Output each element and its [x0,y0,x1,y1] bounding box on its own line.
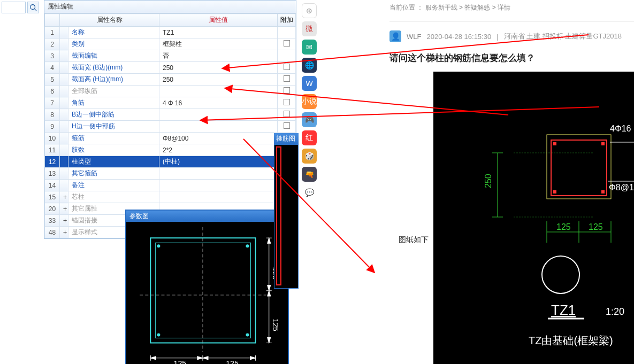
row-value[interactable]: 250 [159,62,278,74]
row-label: 角筋 [68,97,159,109]
post-time: 2020-04-28 16:15:30 [426,33,491,41]
checkbox-icon[interactable] [284,64,290,70]
game-icon-3[interactable]: 🔫 [302,167,317,182]
row-value[interactable] [159,86,278,97]
row-label: 备注 [68,180,159,191]
table-row[interactable]: 9H边一侧中部筋 [45,121,296,133]
svg-text:TZ1: TZ1 [551,302,576,318]
svg-marker-18 [150,357,156,360]
table-row[interactable]: 8B边一侧中部筋 [45,109,296,121]
table-row[interactable]: 12柱类型(中柱) [45,156,296,168]
row-value[interactable] [159,180,278,191]
checkbox-icon[interactable] [284,111,290,117]
table-row[interactable]: 6全部纵筋 [45,86,296,97]
search-input[interactable] [2,2,26,13]
property-table: 属性名称 属性值 附加 1名称TZ12类别框架柱3截面编辑否4截面宽 (B边)(… [44,13,296,238]
sidebar-icon-1[interactable]: ⊕ [302,3,317,18]
checkbox-icon[interactable] [284,87,290,94]
stirrup-diagram-window: 箍筋图 [274,133,299,287]
row-index: 9 [45,121,60,133]
checkbox-icon[interactable] [284,122,290,129]
row-extra[interactable] [278,50,296,62]
stirrup-diagram-title: 箍筋图 [274,133,299,144]
wechat-icon[interactable]: 💬 [302,185,317,200]
row-value[interactable]: (中柱) [159,156,278,168]
mail-icon[interactable]: ✉ [302,40,317,55]
row-extra[interactable] [278,121,296,133]
row-value[interactable]: 4 Φ 16 [159,97,278,109]
row-label: 其它箍筋 [68,168,159,180]
row-extra[interactable] [278,74,296,86]
row-index: 2 [45,38,60,50]
table-row[interactable]: 11肢数2*2 [45,144,296,156]
word-icon[interactable]: W [302,76,317,91]
row-index: 5 [45,74,60,86]
post-title: 请问这个梯柱的钢筋信息要怎么填？ [389,52,634,64]
row-value[interactable]: 250 [159,74,278,86]
xiaohongshu-icon[interactable]: 红 [302,130,317,145]
row-extra[interactable] [278,62,296,74]
row-value[interactable]: 框架柱 [159,38,278,50]
svg-text:125: 125 [226,359,239,364]
table-row[interactable]: 4截面宽 (B边)(mm)250 [45,62,296,74]
property-editor-panel: 属性编辑 属性名称 属性值 附加 1名称TZ12类别框架柱3截面编辑否4截面宽 … [44,0,296,239]
row-label: 名称 [68,27,159,38]
table-row-expandable[interactable]: 15+芯柱 [45,191,296,203]
game-icon-1[interactable]: 🎮 [302,112,317,127]
svg-line-1 [35,9,37,11]
svg-point-9 [246,333,249,336]
svg-text:125: 125 [589,222,603,231]
svg-text:125: 125 [174,359,187,364]
row-index: 48 [45,227,60,238]
row-label: 柱类型 [68,156,159,168]
table-row[interactable]: 2类别框架柱 [45,38,296,50]
search-button[interactable] [27,2,39,13]
post-note: 图纸如下 [399,235,429,245]
row-label: 截面编辑 [68,50,159,62]
row-expand [60,180,68,191]
expand-icon[interactable]: + [60,191,68,203]
row-extra[interactable] [278,38,296,50]
weibo-icon[interactable]: 微 [302,21,317,36]
breadcrumb-link-1[interactable]: 服务新干线 [425,4,457,11]
row-value[interactable]: 2*2 [159,144,278,156]
table-row[interactable]: 10箍筋Φ8@100 [45,133,296,144]
table-row[interactable]: 5截面高 (H边)(mm)250 [45,74,296,86]
checkbox-icon[interactable] [284,40,290,47]
row-value[interactable]: TZ1 [159,27,278,38]
row-value[interactable] [159,168,278,180]
row-extra[interactable] [278,86,296,97]
checkbox-icon[interactable] [284,99,290,105]
checkbox-icon[interactable] [284,75,290,82]
row-value[interactable]: 否 [159,50,278,62]
table-row[interactable]: 3截面编辑否 [45,50,296,62]
row-value[interactable] [159,109,278,121]
globe-icon[interactable]: 🌐 [302,58,317,73]
row-index: 12 [45,156,60,168]
row-extra[interactable] [278,109,296,121]
row-label: 全部纵筋 [68,86,159,97]
row-expand [60,86,68,97]
breadcrumb: 当前位置 ： 服务新干线 > 答疑解惑 > 详情 [389,3,510,12]
row-index: 3 [45,50,60,62]
table-row[interactable]: 7角筋4 Φ 16 [45,97,296,109]
row-index: 14 [45,180,60,191]
row-extra[interactable] [278,97,296,109]
expand-icon[interactable]: + [60,215,68,227]
novel-icon[interactable]: 小说 [302,94,317,109]
table-row[interactable]: 1名称TZ1 [45,27,296,38]
row-value[interactable]: Φ8@100 [159,133,278,144]
row-extra[interactable] [278,27,296,38]
expand-icon[interactable]: + [60,203,68,215]
row-value[interactable] [159,121,278,133]
breadcrumb-link-2[interactable]: 答疑解惑 [464,4,490,11]
game-icon-2[interactable]: 🎲 [302,149,317,164]
row-index: 7 [45,97,60,109]
svg-point-8 [157,333,160,336]
post-user[interactable]: WLF [407,33,421,41]
table-row[interactable]: 14备注 [45,180,296,191]
row-index: 11 [45,144,60,156]
post-sep: | [496,33,498,41]
expand-icon[interactable]: + [60,227,68,238]
table-row[interactable]: 13其它箍筋 [45,168,296,180]
